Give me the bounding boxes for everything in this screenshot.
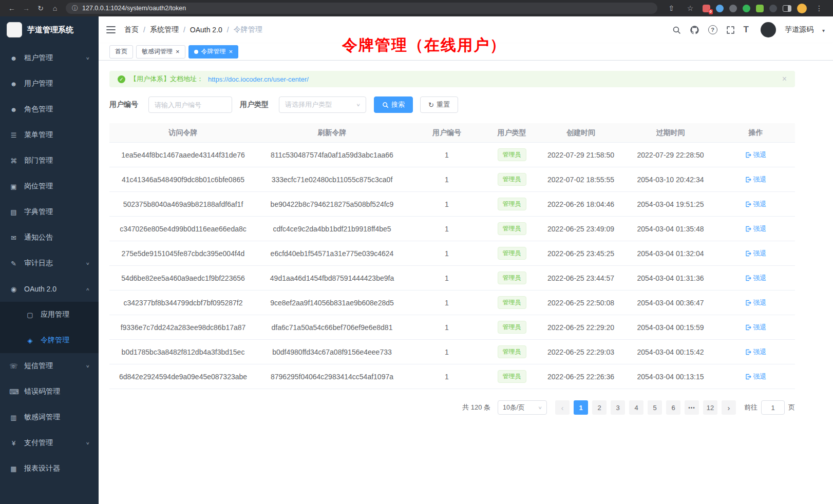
force-logout-button[interactable]: 强退 <box>745 150 767 160</box>
sidebar-item-audit[interactable]: ✎ 审计日志 ∨ <box>0 250 99 276</box>
sidebar-item-notice[interactable]: ✉ 通知公告 <box>0 225 99 250</box>
cell-access-token: 502375b8040a469a9b82188afdf6af1f <box>109 200 257 208</box>
tab-close-icon[interactable]: × <box>176 48 180 55</box>
cell-refresh-token: be90422b8c7946218275a508bf524fc9 <box>257 200 407 208</box>
bookmark-star-icon[interactable]: ☆ <box>684 2 697 14</box>
pagination-more-button[interactable]: ••• <box>685 400 699 415</box>
breadcrumb-separator: / <box>143 26 145 34</box>
doc-link[interactable]: https://doc.iocoder.cn/user-center/ <box>208 75 309 83</box>
force-logout-button[interactable]: 强退 <box>745 347 767 357</box>
sidebar-item-sensitive[interactable]: ▥ 敏感词管理 <box>0 404 99 430</box>
force-logout-button[interactable]: 强退 <box>745 298 767 307</box>
search-icon[interactable] <box>672 26 681 34</box>
breadcrumb-item[interactable]: 系统管理 <box>150 25 179 34</box>
pagination-page-12[interactable]: 12 <box>703 400 717 415</box>
pagination-page-3[interactable]: 3 <box>611 400 625 415</box>
font-size-icon[interactable]: T <box>744 25 749 35</box>
pagination-page-5[interactable]: 5 <box>648 400 662 415</box>
sidebar-item-icon: ◉ <box>9 285 18 293</box>
site-info-icon[interactable]: ⓘ <box>72 4 78 13</box>
cell-expire-time: 2054-03-04 01:31:36 <box>624 274 716 282</box>
pagination-page-4[interactable]: 4 <box>629 400 643 415</box>
share-icon[interactable]: ⇧ <box>665 2 678 14</box>
sidebar-collapse-icon[interactable] <box>106 26 116 34</box>
force-logout-button[interactable]: 强退 <box>745 175 767 184</box>
user-type-select[interactable]: 请选择用户类型 ∨ <box>279 96 366 113</box>
sidebar-item-tenant[interactable]: ☻ 租户管理 ∨ <box>0 45 99 71</box>
table-row: 502375b8040a469a9b82188afdf6af1f be90422… <box>109 192 795 217</box>
browser-menu-icon[interactable]: ⋮ <box>812 2 826 14</box>
sidebar-item-user[interactable]: ☻ 用户管理 <box>0 71 99 96</box>
user-caret-icon[interactable]: ▾ <box>822 28 825 33</box>
browser-profile-avatar[interactable] <box>797 4 807 13</box>
sidebar-item-dept[interactable]: ⌘ 部门管理 <box>0 148 99 173</box>
sidebar-item-report[interactable]: ▦ 报表设计器 <box>0 456 99 481</box>
sidebar-item-oauth2[interactable]: ◉ OAuth 2.0 ∧ <box>0 276 99 302</box>
sidebar-item-menu[interactable]: ☰ 菜单管理 <box>0 122 99 148</box>
cell-expire-time: 2054-03-04 01:35:48 <box>624 225 716 233</box>
fullscreen-icon[interactable] <box>726 26 735 34</box>
force-logout-button[interactable]: 强退 <box>745 200 767 209</box>
user-type-badge: 管理员 <box>498 198 526 210</box>
breadcrumb-item[interactable]: OAuth 2.0 <box>190 26 222 34</box>
tab-close-icon[interactable]: × <box>229 48 233 55</box>
goto-page-input[interactable] <box>761 400 785 415</box>
tab-1[interactable]: 敏感词管理 × <box>136 45 185 59</box>
sidebar-item-post[interactable]: ▣ 岗位管理 <box>0 173 99 199</box>
pagination-next-button[interactable]: › <box>722 400 736 415</box>
sidebar-item-label: 通知公告 <box>24 233 89 242</box>
sidebar-item-icon: ▢ <box>26 311 34 319</box>
page-size-select[interactable]: 10条/页 ∨ <box>498 400 547 415</box>
search-button[interactable]: 搜索 <box>374 96 413 113</box>
pagination-page-2[interactable]: 2 <box>592 400 607 415</box>
pagination-prev-button[interactable]: ‹ <box>555 400 570 415</box>
extension-icon[interactable] <box>743 5 750 12</box>
user-avatar[interactable] <box>761 22 776 37</box>
user-id-input[interactable] <box>148 96 232 113</box>
browser-reload-button[interactable]: ↻ <box>34 2 47 14</box>
table-row: 41c41346a548490f9dc8b01c6bfe0865 333ecfc… <box>109 167 795 192</box>
sidebar-item-errcode[interactable]: ⌨ 错误码管理 <box>0 379 99 404</box>
force-logout-button[interactable]: 强退 <box>745 372 767 381</box>
sidebar-item-pay[interactable]: ¥ 支付管理 ∨ <box>0 430 99 456</box>
alert-close-icon[interactable]: × <box>782 74 787 84</box>
help-icon[interactable]: ? <box>708 25 717 34</box>
sidebar-item-sms[interactable]: ☏ 短信管理 ∨ <box>0 353 99 379</box>
tab-0[interactable]: 首页 <box>109 45 133 59</box>
user-name[interactable]: 芋道源码 <box>785 25 813 34</box>
sidebar-item-label: 敏感词管理 <box>24 413 89 422</box>
browser-forward-button[interactable]: → <box>20 2 33 14</box>
extension-icon[interactable] <box>756 5 764 12</box>
pagination-page-6[interactable]: 6 <box>666 400 680 415</box>
force-logout-button[interactable]: 强退 <box>745 274 767 283</box>
cell-access-token: b0d1785bc3a8482f812db4a3f3bd15ec <box>109 348 257 356</box>
extension-icon[interactable] <box>769 5 777 12</box>
extension-icon[interactable] <box>716 5 724 12</box>
tab-2[interactable]: 令牌管理 × <box>188 45 239 59</box>
breadcrumb-item[interactable]: 首页 <box>124 25 139 34</box>
browser-address-bar[interactable]: ⓘ 127.0.0.1:1024/system/oauth2/token <box>66 3 657 14</box>
browser-home-button[interactable]: ⌂ <box>48 2 62 14</box>
sidebar-item-app[interactable]: ▢ 应用管理 <box>0 302 99 327</box>
sidebar-item-icon: ¥ <box>9 439 18 447</box>
chevron-icon: ∨ <box>85 56 89 60</box>
sidebar-item-dict[interactable]: ▤ 字典管理 <box>0 199 99 225</box>
force-logout-button[interactable]: 强退 <box>745 249 767 258</box>
cell-user-type: 管理员 <box>486 247 537 260</box>
cell-user-type: 管理员 <box>486 345 537 358</box>
force-logout-button[interactable]: 强退 <box>745 224 767 234</box>
extension-icon[interactable] <box>729 5 737 12</box>
topbar-actions: ? T 芋道源码 ▾ <box>672 22 825 37</box>
pagination-goto: 前往 页 <box>744 400 795 415</box>
pagination-page-1[interactable]: 1 <box>574 400 588 415</box>
reset-button[interactable]: ↻ 重置 <box>420 96 458 113</box>
extension-icon[interactable]: 0 <box>703 5 710 12</box>
cell-refresh-token: cdfc4ce9c2da4bb1bdf21b9918ff4be5 <box>257 225 407 233</box>
tab-split-icon[interactable] <box>783 5 791 12</box>
github-icon[interactable] <box>690 25 699 35</box>
sidebar-item-token[interactable]: ◈ 令牌管理 <box>0 327 99 353</box>
cell-created-time: 2022-06-25 22:26:36 <box>537 373 624 381</box>
browser-back-button[interactable]: ← <box>5 2 18 14</box>
sidebar-item-role[interactable]: ☻ 角色管理 <box>0 96 99 122</box>
force-logout-button[interactable]: 强退 <box>745 323 767 332</box>
